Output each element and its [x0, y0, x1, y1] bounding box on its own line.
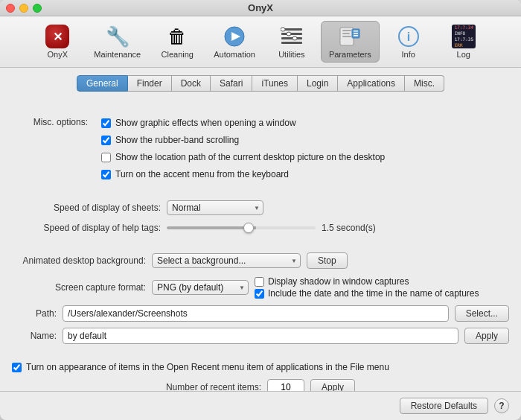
speed-help-label: Speed of display of help tags:	[12, 223, 161, 233]
toolbar-item-parameters[interactable]: Parameters	[321, 21, 380, 63]
parameters-icon	[338, 25, 362, 48]
toolbar-label-parameters: Parameters	[329, 50, 371, 59]
speed-sheets-row: Speed of display of sheets: Slow Normal …	[12, 200, 509, 215]
help-button[interactable]: ?	[494, 398, 509, 413]
automation-icon	[223, 25, 246, 48]
toolbar-item-maintenance[interactable]: 🔧 Maintenance	[86, 22, 148, 62]
animated-bg-select-wrapper: Select a background...	[152, 253, 301, 268]
tab-bar: General Finder Dock Safari iTunes Login …	[12, 75, 509, 92]
checkbox-location-label: Show the location path of the current de…	[115, 152, 385, 162]
animated-bg-label: Animated desktop background:	[12, 255, 146, 266]
checkbox-row-accent: Turn on the accent menu from the keyboar…	[94, 169, 385, 179]
toolbar-label-onyx: OnyX	[47, 50, 68, 59]
name-apply-button[interactable]: Apply	[464, 328, 509, 344]
toolbar-label-info: Info	[402, 50, 415, 59]
stop-button[interactable]: Stop	[307, 252, 348, 269]
titlebar: OnyX	[0, 0, 521, 16]
recent-apply-button[interactable]: Apply	[310, 379, 355, 391]
path-input[interactable]	[63, 305, 449, 322]
window-title: OnyX	[248, 2, 273, 13]
path-row: Path: Select...	[12, 305, 509, 322]
speed-help-slider[interactable]	[167, 226, 316, 229]
restore-defaults-button[interactable]: Restore Defaults	[400, 398, 488, 414]
misc-options-label: Misc. options:	[12, 115, 94, 127]
animated-bg-select[interactable]: Select a background...	[152, 253, 301, 268]
toolbar-item-automation[interactable]: Automation	[206, 22, 263, 62]
svg-rect-8	[293, 36, 297, 40]
bottom-bar: Restore Defaults ?	[0, 391, 521, 420]
toolbar-item-cleaning[interactable]: 🗑 Cleaning	[151, 22, 203, 62]
traffic-lights	[6, 4, 42, 13]
checkbox-rubber-label: Show the rubber-band scrolling	[115, 135, 239, 145]
misc-options-section: Misc. options: Show graphic effects when…	[12, 115, 509, 182]
capture-format-label: Screen capture format:	[12, 282, 146, 293]
toolbar-item-utilities[interactable]: Utilities	[266, 22, 318, 62]
svg-rect-14	[354, 31, 358, 32]
capture-format-select-wrapper: PNG (by default) JPEG TIFF PDF	[152, 280, 249, 295]
name-row: Name: Apply	[12, 328, 509, 344]
tab-safari[interactable]: Safari	[211, 75, 252, 92]
onyx-icon: ✕	[45, 25, 69, 48]
name-input[interactable]	[63, 328, 458, 344]
recent-number-label: Number of recent items:	[166, 382, 261, 391]
toolbar-item-onyx[interactable]: ✕ OnyX	[31, 22, 83, 62]
tab-applications[interactable]: Applications	[338, 75, 405, 92]
checkbox-accent[interactable]	[101, 170, 111, 179]
checkbox-row-location: Show the location path of the current de…	[94, 152, 385, 162]
checkbox-date[interactable]	[255, 289, 264, 299]
toolbar-item-log[interactable]: WARN 17:7:34 INFO 17:7:35 ERR 17:7:36 Lo…	[438, 22, 490, 62]
checkbox-row-rubber: Show the rubber-band scrolling	[94, 135, 385, 145]
name-label: Name:	[12, 331, 57, 341]
app-window: OnyX ✕ OnyX 🔧 Maintenance 🗑 Cleaning	[0, 0, 521, 420]
capture-format-row: Screen capture format: PNG (by default) …	[12, 276, 509, 299]
maintenance-icon: 🔧	[106, 25, 130, 48]
animated-bg-row: Animated desktop background: Select a ba…	[12, 252, 509, 269]
speed-sheets-select-wrapper: Slow Normal Fast	[167, 200, 263, 215]
svg-rect-6	[281, 28, 285, 31]
recent-checkbox-row: Turn on appearance of items in the Open …	[12, 362, 509, 372]
svg-rect-12	[342, 36, 351, 37]
info-icon: i	[397, 25, 421, 48]
toolbar-label-maintenance: Maintenance	[94, 50, 141, 59]
checkbox-accent-label: Turn on the accent menu from the keyboar…	[115, 169, 289, 179]
svg-rect-7	[287, 32, 291, 36]
checkbox-shadow[interactable]	[255, 277, 264, 287]
tab-dock[interactable]: Dock	[172, 75, 211, 92]
shadow-check-label: Display shadow in window captures	[268, 276, 409, 287]
date-check-label: Include the date and the time in the nam…	[268, 288, 479, 299]
maximize-button[interactable]	[33, 4, 42, 13]
toolbar-label-cleaning: Cleaning	[162, 50, 194, 59]
svg-rect-10	[342, 30, 351, 31]
toolbar-item-info[interactable]: i Info	[383, 22, 435, 62]
toolbar: ✕ OnyX 🔧 Maintenance 🗑 Cleaning Automati…	[0, 16, 521, 68]
tab-login[interactable]: Login	[298, 75, 338, 92]
speed-sheets-select[interactable]: Slow Normal Fast	[167, 200, 263, 215]
checkbox-recent[interactable]	[12, 363, 22, 372]
capture-checkboxes: Display shadow in window captures Includ…	[255, 276, 479, 299]
checkbox-rubber[interactable]	[101, 136, 111, 145]
checkbox-graphic[interactable]	[101, 118, 111, 128]
path-label: Path:	[12, 308, 57, 319]
recent-checkbox-label: Turn on appearance of items in the Open …	[26, 362, 389, 372]
close-button[interactable]	[6, 4, 15, 13]
svg-rect-15	[354, 33, 358, 34]
date-check-row: Include the date and the time in the nam…	[255, 288, 479, 299]
toolbar-label-automation: Automation	[214, 50, 255, 59]
capture-format-select[interactable]: PNG (by default) JPEG TIFF PDF	[152, 280, 249, 295]
svg-rect-16	[354, 35, 358, 36]
svg-rect-3	[281, 33, 302, 35]
shadow-check-row: Display shadow in window captures	[255, 276, 479, 287]
checkbox-location[interactable]	[101, 153, 111, 162]
checkbox-graphic-label: Show graphic effects when opening a wind…	[115, 118, 296, 128]
slider-thumb	[243, 223, 254, 233]
svg-rect-4	[281, 37, 302, 39]
minimize-button[interactable]	[19, 4, 28, 13]
select-button[interactable]: Select...	[455, 305, 509, 322]
recent-count-input[interactable]	[267, 379, 304, 391]
tab-misc[interactable]: Misc.	[405, 75, 444, 92]
tab-finder[interactable]: Finder	[128, 75, 172, 92]
checkbox-row-graphic: Show graphic effects when opening a wind…	[94, 118, 385, 128]
tab-itunes[interactable]: iTunes	[252, 75, 298, 92]
misc-checkboxes: Show graphic effects when opening a wind…	[94, 115, 385, 182]
tab-general[interactable]: General	[77, 75, 128, 92]
